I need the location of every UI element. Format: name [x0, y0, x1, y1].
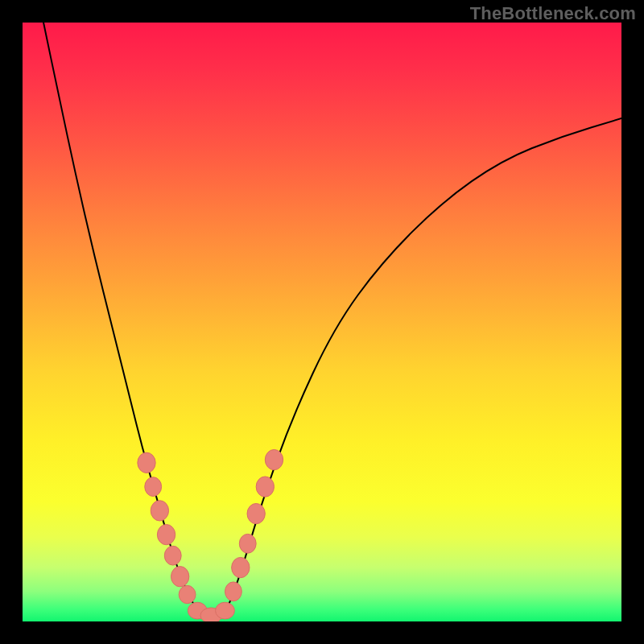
watermark-text: TheBottleneck.com [470, 3, 636, 24]
bead-4 [164, 546, 181, 565]
plot-area [23, 23, 621, 621]
bead-1 [145, 477, 162, 497]
bead-10 [225, 582, 242, 601]
bead-9 [216, 602, 235, 619]
bead-12 [239, 534, 256, 553]
bead-5 [171, 567, 189, 587]
bead-2 [151, 501, 168, 521]
curves-group [43, 23, 621, 616]
bead-3 [157, 524, 175, 544]
beads-group [138, 449, 283, 621]
curve-left-curve [43, 23, 199, 616]
curve-right-curve [223, 118, 621, 616]
bead-14 [256, 477, 274, 497]
bead-13 [247, 503, 265, 523]
bead-6 [179, 585, 196, 603]
curve-layer [23, 23, 621, 621]
bead-0 [138, 452, 155, 473]
bead-11 [232, 557, 250, 577]
bead-15 [265, 449, 283, 469]
